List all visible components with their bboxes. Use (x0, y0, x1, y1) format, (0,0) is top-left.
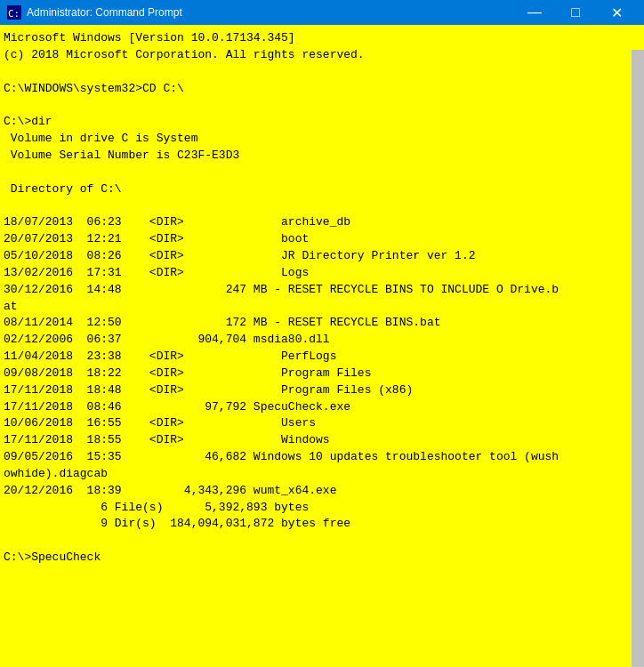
cmd-icon: C: (7, 5, 21, 20)
window: C: Administrator: Command Prompt — □ ✕ M… (0, 0, 644, 667)
close-button[interactable]: ✕ (596, 0, 637, 25)
svg-text:C:: C: (8, 8, 20, 20)
titlebar: C: Administrator: Command Prompt — □ ✕ (0, 0, 644, 25)
terminal-output[interactable]: Microsoft Windows [Version 10.0.17134.34… (0, 25, 644, 667)
scrollbar[interactable] (632, 50, 644, 667)
terminal-container: Microsoft Windows [Version 10.0.17134.34… (0, 25, 644, 667)
minimize-button[interactable]: — (514, 0, 555, 25)
titlebar-buttons: — □ ✕ (514, 0, 637, 25)
maximize-button[interactable]: □ (555, 0, 596, 25)
window-title: Administrator: Command Prompt (27, 6, 514, 19)
